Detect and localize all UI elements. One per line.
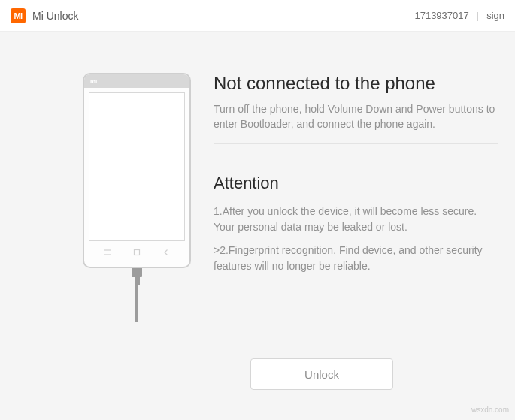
phone-home-icon [132,249,142,256]
phone-back-icon [161,249,171,256]
phone-brand-label: mi [90,78,97,85]
attention-title: Attention [214,174,498,193]
header-bar: MI Mi Unlock 1713937017 | sign [0,0,515,32]
info-panel: Not connected to the phone Turn off the … [214,73,501,405]
phone-top-bar: mi [84,74,189,88]
sign-link[interactable]: sign [486,10,504,21]
header-right: 1713937017 | sign [414,10,504,21]
main-content: mi Not connected to the phone Turn [0,32,515,420]
svg-rect-2 [134,250,139,255]
unlock-button[interactable]: Unlock [250,358,393,390]
status-description: Turn off the phone, hold Volume Down and… [214,101,498,144]
phone-outline: mi [83,73,191,268]
phone-screen [89,92,185,241]
app-logo: MI Mi Unlock [11,8,78,23]
attention-item-2: >2.Fingerprint recognition, Find device,… [214,243,498,274]
attention-item-1: 1.After you unlock the device, it will b… [214,204,498,235]
watermark: wsxdn.com [471,406,509,414]
phone-menu-icon [102,249,113,256]
phone-nav-buttons [89,249,185,256]
mi-logo-icon: MI [11,8,26,23]
user-id: 1713937017 [414,10,468,21]
app-title: Mi Unlock [32,10,78,22]
status-title: Not connected to the phone [214,73,498,94]
header-divider: | [477,10,479,21]
usb-cable-icon [132,267,142,322]
phone-illustration: mi [41,73,191,405]
